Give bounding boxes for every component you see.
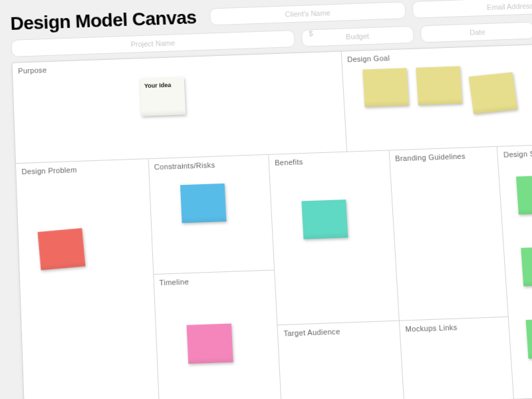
sticky-constraints[interactable] (180, 184, 226, 223)
label-design-goal: Design Goal (341, 50, 395, 68)
label-design-problem: Design Problem (16, 162, 82, 180)
cell-target-audience[interactable]: Target Audience (278, 321, 404, 399)
email-field[interactable]: Email Address (412, 0, 532, 19)
cell-branding[interactable]: Branding Guidelines (389, 147, 509, 321)
sticky-solution-1[interactable] (516, 175, 532, 214)
label-branding: Branding Guidelines (389, 148, 471, 167)
label-constraints: Constraints/Risks (148, 156, 221, 175)
client-name-field[interactable]: Client's Name (209, 1, 406, 25)
budget-field-group[interactable]: $ Budget (301, 26, 414, 47)
label-design-solution: Design Solution (497, 144, 532, 163)
label-benefits: Benefits (269, 154, 309, 171)
canvas-grid: Purpose Your Idea Design Goal Design Pro… (12, 41, 532, 399)
sticky-solution-2[interactable] (521, 246, 532, 286)
cell-benefits[interactable]: Benefits (269, 150, 399, 325)
sticky-benefits[interactable] (302, 200, 348, 239)
budget-prefix: $ (301, 29, 313, 38)
project-name-field[interactable]: Project Name (11, 30, 295, 57)
label-purpose: Purpose (13, 62, 53, 79)
sticky-goal-2[interactable] (416, 66, 462, 105)
sticky-your-idea-label: Your Idea (144, 82, 172, 89)
label-target-audience: Target Audience (278, 323, 346, 342)
sticky-problem[interactable] (38, 228, 86, 270)
sticky-solution-3[interactable] (526, 319, 532, 359)
cell-design-problem[interactable]: Design Problem (16, 159, 160, 399)
sticky-your-idea[interactable]: Your Idea (140, 77, 186, 116)
label-mockups: Mockups Links (400, 319, 464, 337)
cell-constraints[interactable]: Constraints/Risks (148, 155, 275, 275)
budget-field[interactable]: Budget (301, 26, 414, 47)
cell-design-goal[interactable]: Design Goal (341, 42, 532, 152)
canvas-container: Design Model Canvas Client's Name Email … (10, 0, 532, 399)
cell-timeline[interactable]: Timeline (154, 271, 282, 399)
label-timeline: Timeline (154, 273, 195, 291)
sticky-goal-3[interactable] (469, 72, 517, 114)
canvas-title: Design Model Canvas (10, 7, 197, 35)
date-field[interactable]: Date (420, 21, 532, 43)
sticky-timeline[interactable] (186, 323, 233, 364)
cell-mockups[interactable]: Mockups Links (400, 317, 515, 399)
sticky-goal-1[interactable] (362, 68, 409, 107)
cell-purpose[interactable]: Purpose Your Idea (13, 52, 347, 164)
